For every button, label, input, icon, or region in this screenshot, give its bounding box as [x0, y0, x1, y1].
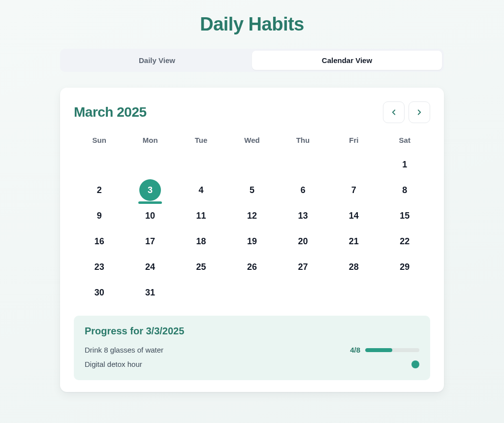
progress-item-value [411, 360, 419, 368]
calendar-blank [328, 153, 379, 176]
calendar-day-button[interactable]: 5 [241, 179, 263, 201]
calendar-header: March 2025 [74, 101, 430, 123]
calendar-day-button[interactable]: 19 [241, 230, 263, 252]
weekday-label: Sat [379, 132, 430, 149]
weekday-row: SunMonTueWedThuFriSat [74, 132, 430, 149]
calendar-day: 21 [328, 230, 379, 253]
calendar-day-button[interactable]: 16 [89, 230, 110, 252]
calendar-blank [125, 153, 175, 176]
page-title: Daily Habits [60, 14, 444, 35]
calendar-day: 22 [379, 230, 430, 253]
chevron-left-icon [389, 108, 398, 117]
calendar-blank [74, 153, 125, 176]
month-title: March 2025 [74, 104, 147, 120]
calendar-card: March 2025 SunMonTueWedThuFriSat 1234567… [60, 88, 444, 392]
calendar-day: 8 [379, 179, 430, 201]
calendar-blank [278, 153, 328, 176]
calendar-day: 19 [226, 230, 277, 253]
calendar-day-button[interactable]: 3 [139, 179, 161, 201]
calendar-day-button[interactable]: 8 [394, 179, 415, 201]
progress-bar [365, 348, 419, 352]
progress-count: 4/8 [350, 346, 360, 354]
prev-month-button[interactable] [383, 101, 405, 123]
calendar-day-button[interactable]: 31 [139, 282, 161, 303]
calendar-day: 12 [226, 204, 277, 227]
calendar-day-button[interactable]: 18 [190, 230, 212, 252]
calendar-day-button[interactable]: 24 [139, 256, 161, 278]
progress-item-label: Drink 8 glasses of water [85, 346, 163, 354]
progress-bar-fill [365, 348, 392, 352]
weekday-label: Thu [278, 132, 328, 149]
calendar-day-button[interactable]: 2 [89, 179, 110, 201]
calendar-day: 2 [74, 179, 125, 201]
calendar-day: 15 [379, 204, 430, 227]
progress-complete-dot [411, 360, 419, 368]
calendar-blank [226, 153, 277, 176]
calendar-day-button[interactable]: 22 [394, 230, 415, 252]
progress-item-value: 4/8 [350, 346, 419, 354]
calendar-day: 28 [328, 256, 379, 278]
progress-item: Digital detox hour [85, 357, 419, 371]
calendar-day-button[interactable]: 29 [394, 256, 415, 278]
calendar-day: 14 [328, 204, 379, 227]
calendar-day: 17 [125, 230, 175, 253]
calendar-day-button[interactable]: 15 [394, 205, 415, 227]
calendar-day-button[interactable]: 4 [190, 179, 212, 201]
calendar-day: 7 [328, 179, 379, 201]
calendar-day: 26 [226, 256, 277, 278]
calendar-day: 24 [125, 256, 175, 278]
progress-item: Drink 8 glasses of water4/8 [85, 343, 419, 357]
calendar-day: 1 [379, 153, 430, 176]
calendar-day-button[interactable]: 27 [292, 256, 314, 278]
weekday-label: Sun [74, 132, 125, 149]
calendar-day: 30 [74, 281, 125, 304]
calendar-day-button[interactable]: 10 [139, 205, 161, 227]
calendar-day-button[interactable]: 25 [190, 256, 212, 278]
weekday-label: Tue [176, 132, 226, 149]
calendar-day-button[interactable]: 6 [292, 179, 314, 201]
calendar-day: 20 [278, 230, 328, 253]
chevron-right-icon [415, 108, 424, 117]
month-nav [383, 101, 430, 123]
calendar-day: 27 [278, 256, 328, 278]
calendar-day: 11 [176, 204, 226, 227]
calendar-day-button[interactable]: 11 [190, 205, 212, 227]
weekday-label: Fri [328, 132, 379, 149]
calendar-day: 10 [125, 204, 175, 227]
calendar-day-button[interactable]: 30 [89, 282, 110, 303]
progress-panel: Progress for 3/3/2025 Drink 8 glasses of… [74, 316, 430, 380]
calendar-day: 4 [176, 179, 226, 201]
calendar-day: 9 [74, 204, 125, 227]
calendar-day-button[interactable]: 14 [343, 205, 365, 227]
calendar-day: 16 [74, 230, 125, 253]
calendar-day-button[interactable]: 21 [343, 230, 365, 252]
progress-heading: Progress for 3/3/2025 [85, 325, 419, 337]
calendar-day-button[interactable]: 23 [89, 256, 110, 278]
calendar-day-button[interactable]: 20 [292, 230, 314, 252]
app-container: Daily Habits Daily View Calendar View Ma… [60, 14, 444, 392]
calendar-day: 13 [278, 204, 328, 227]
calendar-day: 29 [379, 256, 430, 278]
weekday-label: Wed [226, 132, 277, 149]
calendar-day-button[interactable]: 17 [139, 230, 161, 252]
next-month-button[interactable] [409, 101, 430, 123]
view-tabs: Daily View Calendar View [60, 49, 444, 72]
calendar-day-button[interactable]: 28 [343, 256, 365, 278]
calendar-day: 31 [125, 281, 175, 304]
calendar-day-button[interactable]: 1 [394, 154, 415, 175]
day-grid: 1234567891011121314151617181920212223242… [74, 153, 430, 304]
calendar-day: 25 [176, 256, 226, 278]
calendar-day: 6 [278, 179, 328, 201]
calendar-day-button[interactable]: 12 [241, 205, 263, 227]
weekday-label: Mon [125, 132, 175, 149]
calendar-day-button[interactable]: 9 [89, 205, 110, 227]
tab-daily-view[interactable]: Daily View [62, 51, 252, 70]
calendar-day: 5 [226, 179, 277, 201]
calendar-day: 18 [176, 230, 226, 253]
calendar-day-button[interactable]: 13 [292, 205, 314, 227]
calendar-day-button[interactable]: 26 [241, 256, 263, 278]
calendar-day-button[interactable]: 7 [343, 179, 365, 201]
calendar-day: 3 [125, 179, 175, 201]
calendar-day: 23 [74, 256, 125, 278]
tab-calendar-view[interactable]: Calendar View [252, 51, 442, 70]
